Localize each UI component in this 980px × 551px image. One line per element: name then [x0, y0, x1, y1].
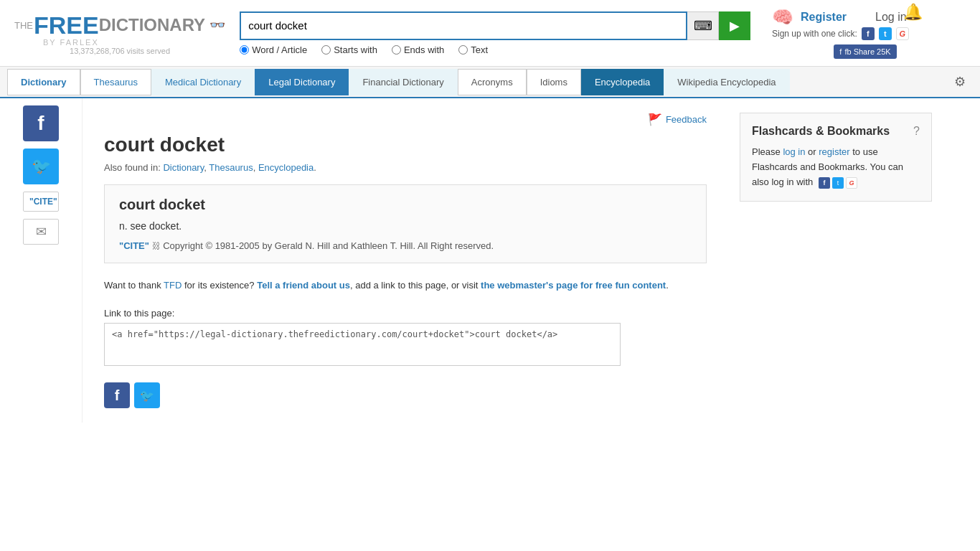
flashcard-login-link[interactable]: log in [783, 146, 805, 157]
webmaster-link[interactable]: the webmaster's page for free fun conten… [481, 280, 666, 291]
flashcard-fb-icon[interactable]: f [819, 177, 830, 189]
auth-social: Sign up with one click: f t G [772, 27, 909, 40]
login-link[interactable]: Log in [875, 11, 907, 24]
radio-ends-label: Ends with [404, 44, 444, 55]
bottom-social: f 🐦 [104, 382, 707, 408]
share-icon: f [839, 47, 842, 56]
flashcard-or: or [808, 146, 819, 157]
flashcard-gl-icon[interactable]: G [846, 177, 857, 189]
copyright-text: Copyright © 1981-2005 by Gerald N. Hill … [163, 240, 494, 251]
radio-word-label: Word / Article [252, 44, 307, 55]
notification-bell-icon[interactable]: 🔔 [903, 3, 923, 22]
radio-ends-input[interactable] [392, 45, 401, 55]
flashcard-title: Flashcards & Bookmarks [752, 125, 890, 138]
logo-the: THE [14, 20, 33, 31]
help-icon[interactable]: ? [913, 125, 920, 138]
search-arrow-icon: ▶ [730, 18, 740, 34]
also-found: Also found in: Dictionary, Thesaurus, En… [104, 162, 707, 173]
period: . [314, 162, 316, 173]
logo-farlex: BY FARLEX [14, 38, 99, 47]
brain-icon: 🧠 [772, 7, 793, 27]
flashcard-register-link[interactable]: register [819, 146, 849, 157]
radio-starts-label: Starts with [334, 44, 377, 55]
header: THE FREE DICTIONARY 👓 BY FARLEX 13,373,2… [0, 0, 980, 67]
tab-thesaurus[interactable]: Thesaurus [80, 69, 151, 95]
flashcard-box: Flashcards & Bookmarks ? Please log in o… [740, 113, 932, 202]
facebook-share-button[interactable]: f fb Share 25K [834, 44, 896, 59]
tab-idioms[interactable]: Idioms [527, 69, 581, 95]
cite-link[interactable]: "CITE" [119, 240, 149, 251]
feedback-button[interactable]: 🚩 Feedback [648, 113, 707, 126]
auth-buttons: 🧠 Register Log in [772, 7, 907, 27]
bottom-facebook-button[interactable]: f [104, 382, 130, 408]
radio-ends-with[interactable]: Ends with [392, 44, 444, 55]
keyboard-button[interactable]: ⌨ [687, 11, 719, 40]
search-area: ⌨ ▶ Word / Article Starts with Ends with… [240, 11, 750, 55]
main-layout: f 🐦 "CITE" ✉ 🚩 Feedback court docket Als… [0, 98, 980, 423]
radio-text[interactable]: Text [458, 44, 488, 55]
sidebar-twitter-button[interactable]: 🐦 [23, 149, 59, 184]
radio-text-label: Text [471, 44, 488, 55]
logo-free: FREE [34, 11, 99, 39]
also-found-prefix: Also found in: [104, 162, 161, 173]
definition-cite: "CITE" ⛓ Copyright © 1981-2005 by Gerald… [119, 240, 692, 251]
sep2: , [253, 162, 258, 173]
signup-text: Sign up with one click: [772, 29, 857, 39]
also-found-encyclopedia[interactable]: Encyclopedia [258, 162, 314, 173]
share-label: fb Share 25K [844, 47, 890, 56]
email-icon: ✉ [36, 224, 47, 240]
twitter-signin-icon[interactable]: t [879, 27, 892, 40]
tell-friend-link[interactable]: Tell a friend about us [257, 280, 350, 291]
right-panel: Flashcards & Bookmarks ? Please log in o… [728, 98, 943, 423]
tab-legal-dictionary[interactable]: Legal Dictionary [255, 69, 349, 95]
feedback-area: 🚩 Feedback [104, 113, 707, 126]
twitter-bird-icon: 🐦 [32, 157, 51, 176]
search-button[interactable]: ▶ [719, 11, 750, 40]
radio-word-article[interactable]: Word / Article [240, 44, 307, 55]
bottom-twitter-button[interactable]: 🐦 [134, 382, 160, 408]
radio-starts-with[interactable]: Starts with [321, 44, 377, 55]
tfd-link[interactable]: TFD [164, 280, 182, 291]
thank-middle: , add a link to this page, or visit [350, 280, 478, 291]
nav-tabs: Dictionary Thesaurus Medical Dictionary … [0, 67, 980, 98]
definition-title: court docket [119, 197, 692, 213]
flashcard-tw-icon[interactable]: t [832, 177, 844, 189]
search-input[interactable] [240, 11, 687, 40]
definition-box: court docket n. see docket. "CITE" ⛓ Cop… [104, 184, 707, 263]
radio-text-input[interactable] [458, 45, 468, 55]
flashcard-social-icons: f t G [819, 177, 857, 189]
tab-wikipedia-encyclopedia[interactable]: Wikipedia Encyclopedia [664, 69, 789, 95]
logo-wrapper: THE FREE DICTIONARY 👓 BY FARLEX [14, 11, 225, 47]
flashcard-text-prefix: Please [752, 146, 781, 157]
link-label: Link to this page: [104, 308, 707, 319]
tab-financial-dictionary[interactable]: Financial Dictionary [349, 69, 457, 95]
tab-dictionary[interactable]: Dictionary [7, 69, 80, 95]
also-found-thesaurus[interactable]: Thesaurus [209, 162, 253, 173]
radio-word-input[interactable] [240, 45, 249, 55]
google-signin-icon[interactable]: G [896, 27, 909, 40]
glasses-icon: 👓 [209, 17, 225, 33]
radio-starts-input[interactable] [321, 45, 331, 55]
facebook-signin-icon[interactable]: f [862, 27, 875, 40]
tab-acronyms[interactable]: Acronyms [458, 69, 527, 95]
settings-icon[interactable]: ⚙ [947, 67, 973, 97]
register-link[interactable]: Register [801, 11, 847, 24]
search-options: Word / Article Starts with Ends with Tex… [240, 44, 750, 55]
thank-period: . [666, 280, 669, 291]
sidebar-facebook-button[interactable]: f [23, 105, 59, 141]
tab-encyclopedia[interactable]: Encyclopedia [581, 69, 664, 95]
thank-section: Want to thank TFD for its existence? Tel… [104, 278, 707, 293]
visits-count: 13,373,268,706 visits served [70, 47, 170, 55]
also-found-dictionary[interactable]: Dictionary [163, 162, 204, 173]
tab-medical-dictionary[interactable]: Medical Dictionary [151, 69, 255, 95]
sidebar-email-button[interactable]: ✉ [23, 219, 59, 245]
auth-area: 🔔 🧠 Register Log in Sign up with one cli… [765, 7, 966, 59]
sidebar: f 🐦 "CITE" ✉ [0, 98, 83, 423]
sidebar-cite-button[interactable]: "CITE" [23, 192, 59, 212]
logo-area: THE FREE DICTIONARY 👓 BY FARLEX 13,373,2… [14, 11, 225, 55]
search-row: ⌨ ▶ [240, 11, 750, 40]
feedback-flag-icon: 🚩 [648, 113, 662, 126]
chain-link-icon: ⛓ [152, 241, 161, 251]
link-box[interactable] [104, 323, 621, 366]
logo-dictionary: DICTIONARY [99, 15, 205, 35]
